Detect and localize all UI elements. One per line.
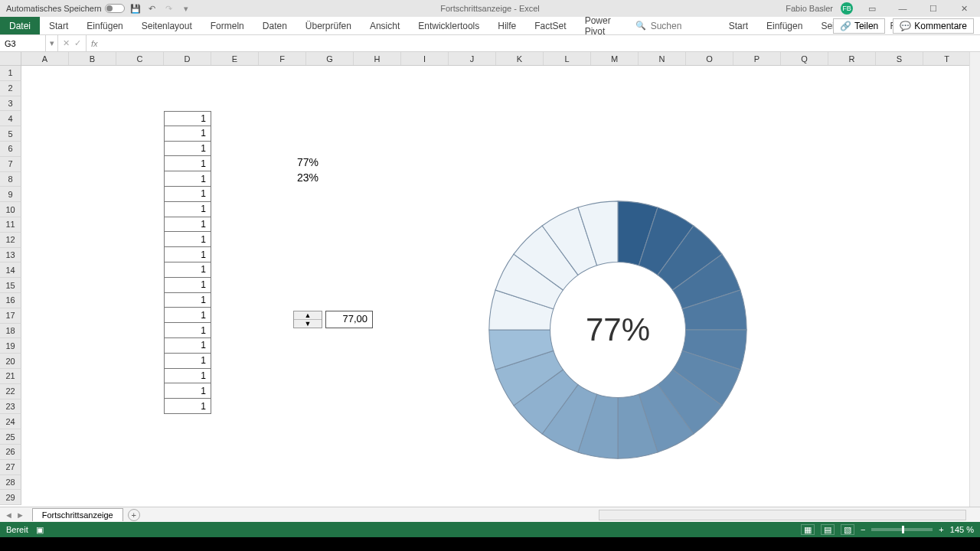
redo-icon[interactable]: ↷ [163,2,175,15]
col-header-E[interactable]: E [211,52,259,65]
row-header-24[interactable]: 24 [0,414,21,429]
row-header-25[interactable]: 25 [0,429,21,445]
user-avatar[interactable]: FB [841,2,853,15]
col-header-H[interactable]: H [354,52,401,65]
row-header-3[interactable]: 3 [0,96,21,112]
zoom-in-button[interactable]: + [939,525,943,534]
undo-icon[interactable]: ↶ [146,2,158,15]
row-header-10[interactable]: 10 [0,202,21,217]
row-header-8[interactable]: 8 [0,172,21,187]
row-header-2[interactable]: 2 [0,81,21,96]
horizontal-scrollbar[interactable] [599,510,966,520]
sheet-tab-active[interactable]: Fortschrittsanzeige [32,508,123,521]
donut-chart[interactable]: 77% [482,194,753,465]
tab-einfügen[interactable]: Einfügen [77,17,132,34]
maximize-button[interactable]: ☐ [922,4,945,14]
col-header-L[interactable]: L [544,52,591,65]
name-box[interactable]: G3 [0,35,46,51]
add-sheet-button[interactable]: + [128,509,140,521]
row-header-14[interactable]: 14 [0,262,21,278]
col-header-B[interactable]: B [69,52,116,65]
name-box-dropdown[interactable]: ▾ [46,35,58,51]
data-cell-d13[interactable]: 1 [164,247,211,262]
spin-up-button[interactable]: ▲ [294,311,322,320]
tab-überprüfen[interactable]: Überprüfen [975,17,980,34]
data-cell-d10[interactable]: 1 [164,202,211,217]
tab-start[interactable]: Start [720,17,757,34]
tab-start[interactable]: Start [40,17,77,34]
data-cell-d14[interactable]: 1 [164,262,211,278]
col-header-I[interactable]: I [401,52,449,65]
row-header-12[interactable]: 12 [0,233,21,248]
col-header-N[interactable]: N [639,52,686,65]
tab-power pivot[interactable]: Power Pivot [576,17,620,34]
row-header-11[interactable]: 11 [0,217,21,233]
vertical-scrollbar[interactable] [969,52,980,507]
data-cell-d7[interactable]: 1 [164,156,211,171]
col-header-T[interactable]: T [923,52,971,65]
qat-more-icon[interactable]: ▾ [180,2,192,15]
tab-hilfe[interactable]: Hilfe [488,17,525,34]
autosave[interactable]: Automatisches Speichern [6,4,125,13]
row-header-5[interactable]: 5 [0,126,21,142]
row-header-21[interactable]: 21 [0,369,21,384]
row-header-13[interactable]: 13 [0,248,21,263]
data-cell-d5[interactable]: 1 [164,126,211,142]
view-normal-button[interactable]: ▦ [801,524,815,535]
data-cell-d6[interactable]: 1 [164,142,211,157]
data-cell-d11[interactable]: 1 [164,217,211,233]
tab-daten[interactable]: Daten [253,17,296,34]
row-header-6[interactable]: 6 [0,142,21,157]
row-header-19[interactable]: 19 [0,338,21,354]
zoom-out-button[interactable]: − [861,525,865,534]
view-page-layout-button[interactable]: ▤ [821,524,835,535]
data-cell-d9[interactable]: 1 [164,187,211,202]
tab-ansicht[interactable]: Ansicht [361,17,409,34]
tab-factset[interactable]: FactSet [525,17,575,34]
search-input[interactable] [651,21,720,31]
tab-einfügen[interactable]: Einfügen [757,17,812,34]
col-header-Q[interactable]: Q [781,52,828,65]
zoom-level[interactable]: 145 % [950,525,974,534]
row-header-27[interactable]: 27 [0,460,21,475]
col-header-G[interactable]: G [306,52,354,65]
data-cell-d16[interactable]: 1 [164,293,211,308]
col-header-C[interactable]: C [116,52,164,65]
select-all-corner[interactable] [0,52,21,65]
row-header-20[interactable]: 20 [0,354,21,369]
col-header-A[interactable]: A [21,52,69,65]
data-cell-d22[interactable]: 1 [164,383,211,399]
data-cell-d23[interactable]: 1 [164,399,211,414]
row-header-18[interactable]: 18 [0,324,21,339]
close-button[interactable]: ✕ [952,4,975,14]
tab-seitenlayout[interactable]: Seitenlayout [132,17,201,34]
ribbon-options-icon[interactable]: ▭ [861,4,884,14]
save-icon[interactable]: 💾 [129,2,142,15]
zoom-slider[interactable] [871,528,933,531]
row-header-15[interactable]: 15 [0,278,21,293]
col-header-S[interactable]: S [876,52,923,65]
spinner-value-cell[interactable]: 77,00 [325,311,373,328]
data-cell-d8[interactable]: 1 [164,171,211,187]
sheet-nav-next[interactable]: ► [16,510,24,520]
data-cell-d17[interactable]: 1 [164,308,211,323]
row-header-23[interactable]: 23 [0,399,21,415]
comments-button[interactable]: 💬Kommentare [893,18,974,34]
data-cell-d12[interactable]: 1 [164,232,211,247]
tab-formeln[interactable]: Formeln [201,17,253,34]
fx-icon[interactable]: fx [87,39,103,48]
row-header-28[interactable]: 28 [0,475,21,491]
tab-entwicklertools[interactable]: Entwicklertools [409,17,488,34]
spin-down-button[interactable]: ▼ [294,320,322,328]
row-header-9[interactable]: 9 [0,187,21,202]
search-area[interactable]: 🔍 [635,17,720,34]
cell-percent-1[interactable]: 77% [259,156,325,171]
macro-record-icon[interactable]: ▣ [36,525,44,535]
minimize-button[interactable]: — [891,4,914,13]
col-header-J[interactable]: J [449,52,496,65]
accept-formula-icon[interactable]: ✓ [74,38,81,48]
data-cell-d21[interactable]: 1 [164,369,211,384]
row-header-29[interactable]: 29 [0,490,21,505]
data-cell-d4[interactable]: 1 [164,111,211,126]
row-header-17[interactable]: 17 [0,308,21,324]
